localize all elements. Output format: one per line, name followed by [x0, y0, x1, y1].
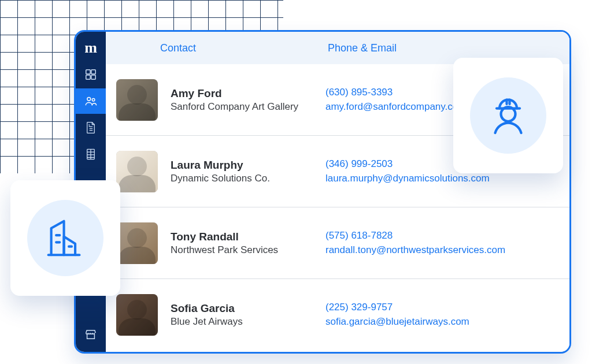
- contact-email[interactable]: laura.murphy@dynamicsolutions.com: [325, 172, 559, 186]
- worker-icon-card: [453, 58, 563, 173]
- column-header-phone-email[interactable]: Phone & Email: [328, 42, 397, 54]
- contact-name: Laura Murphy: [171, 159, 325, 172]
- svg-rect-2: [86, 75, 90, 79]
- storefront-icon: [84, 328, 97, 341]
- contact-phone[interactable]: (575) 618-7828: [325, 229, 559, 243]
- contact-row[interactable]: Tony Randall Northwest Park Services (57…: [106, 207, 569, 279]
- contact-name: Tony Randall: [171, 231, 325, 243]
- contact-company: Sanford Company Art Gallery: [171, 101, 325, 113]
- sidebar-item-invoices[interactable]: $: [76, 115, 106, 140]
- people-icon: [84, 95, 97, 107]
- svg-point-5: [92, 98, 95, 101]
- avatar: [116, 222, 158, 264]
- sidebar-item-store[interactable]: [76, 322, 106, 347]
- avatar: [116, 151, 158, 192]
- svg-rect-1: [91, 70, 95, 74]
- worker-icon: [485, 92, 531, 139]
- svg-point-4: [87, 97, 91, 101]
- company-icon-card: [10, 180, 120, 296]
- contact-row[interactable]: Sofia Garcia Blue Jet Airways (225) 329-…: [106, 279, 569, 351]
- contact-company: Northwest Park Services: [171, 244, 325, 256]
- spreadsheet-icon: [85, 148, 97, 161]
- contact-company: Dynamic Solutions Co.: [171, 173, 325, 184]
- dashboard-icon: [84, 68, 97, 81]
- contact-name: Amy Ford: [171, 87, 325, 100]
- contact-phone[interactable]: (225) 329-9757: [325, 300, 559, 315]
- contact-email[interactable]: sofia.garcia@bluejetairways.com: [325, 315, 559, 329]
- buildings-icon: [43, 216, 88, 261]
- app-logo: m: [83, 40, 99, 56]
- sidebar-item-reports[interactable]: [76, 142, 106, 167]
- contact-name: Sofia Garcia: [171, 302, 325, 315]
- sidebar-item-dashboard[interactable]: [76, 62, 106, 87]
- avatar: [116, 294, 158, 336]
- contact-email[interactable]: randall.tony@northwestparkservices.com: [325, 243, 559, 258]
- contact-company: Blue Jet Airways: [171, 316, 325, 328]
- svg-text:$: $: [88, 124, 90, 127]
- column-header-contact[interactable]: Contact: [160, 42, 328, 54]
- svg-rect-0: [86, 70, 90, 74]
- svg-rect-3: [91, 75, 95, 79]
- document-icon: $: [85, 121, 97, 134]
- avatar: [116, 79, 158, 121]
- sidebar-item-contacts[interactable]: [76, 88, 106, 114]
